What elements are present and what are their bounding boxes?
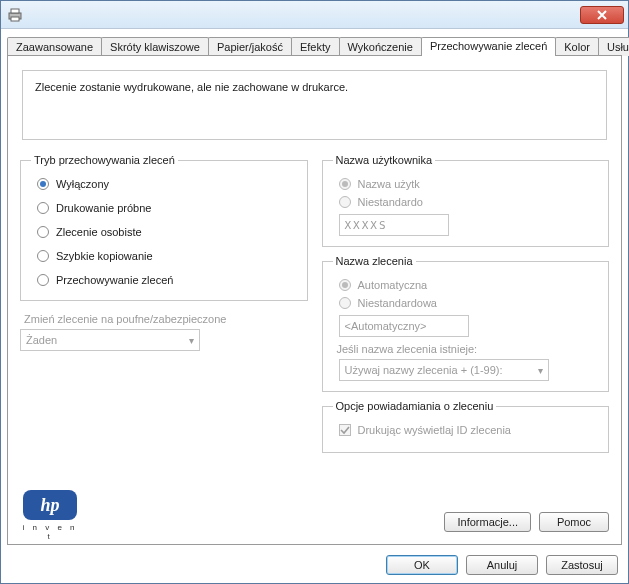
tab-job-storage[interactable]: Przechowywanie zleceń <box>421 37 556 56</box>
radio-jobname-custom: Niestandardowa <box>339 297 599 309</box>
radio-stored-job[interactable]: Przechowywanie zleceń <box>37 274 297 286</box>
group-notify-legend: Opcje powiadamiania o zleceniu <box>333 400 497 412</box>
tab-services[interactable]: Usługi <box>598 37 629 56</box>
tab-paper-quality[interactable]: Papier/jakość <box>208 37 292 56</box>
svg-rect-1 <box>11 9 19 13</box>
radio-stored-job-label: Przechowywanie zleceń <box>56 274 173 286</box>
radio-username-custom: Niestandardo <box>339 196 599 208</box>
make-private-select: Żaden ▾ <box>20 329 200 351</box>
checkbox-icon <box>339 424 351 436</box>
description-text: Zlecenie zostanie wydrukowane, ale nie z… <box>22 70 607 140</box>
jobname-input: <Automatyczny> <box>339 315 469 337</box>
tab-finishing[interactable]: Wykończenie <box>339 37 422 56</box>
tab-shortcuts[interactable]: Skróty klawiszowe <box>101 37 209 56</box>
radio-username-auto-label: Nazwa użytk <box>358 178 420 190</box>
radio-off-label: Wyłączony <box>56 178 109 190</box>
printer-icon <box>7 7 23 23</box>
tab-strip: Zaawansowane Skróty klawiszowe Papier/ja… <box>7 37 622 56</box>
print-properties-dialog: Zaawansowane Skróty klawiszowe Papier/ja… <box>0 0 629 584</box>
make-private-value: Żaden <box>26 334 57 346</box>
ok-button[interactable]: OK <box>386 555 458 575</box>
radio-proof[interactable]: Drukowanie próbne <box>37 202 297 214</box>
make-private-label: Zmień zlecenie na poufne/zabezpieczone <box>24 313 308 325</box>
group-user-name: Nazwa użytkownika Nazwa użytk Niestandar… <box>322 154 610 247</box>
checkbox-show-jobid-label: Drukując wyświetlaj ID zlecenia <box>358 424 511 436</box>
chevron-down-icon: ▾ <box>538 365 543 376</box>
radio-quick-copy[interactable]: Szybkie kopiowanie <box>37 250 297 262</box>
client-area: Zaawansowane Skróty klawiszowe Papier/ja… <box>1 29 628 583</box>
close-button[interactable] <box>580 6 624 24</box>
cancel-button[interactable]: Anuluj <box>466 555 538 575</box>
svg-rect-2 <box>11 17 19 21</box>
info-button[interactable]: Informacje... <box>444 512 531 532</box>
radio-username-custom-label: Niestandardo <box>358 196 423 208</box>
group-job-name: Nazwa zlecenia Automatyczna Niestandardo… <box>322 255 610 392</box>
chevron-down-icon: ▾ <box>189 335 194 346</box>
radio-jobname-auto-label: Automatyczna <box>358 279 428 291</box>
radio-jobname-auto: Automatyczna <box>339 279 599 291</box>
help-button[interactable]: Pomoc <box>539 512 609 532</box>
radio-off[interactable]: Wyłączony <box>37 178 297 190</box>
radio-proof-label: Drukowanie próbne <box>56 202 151 214</box>
group-notify: Opcje powiadamiania o zleceniu Drukując … <box>322 400 610 453</box>
radio-username-auto: Nazwa użytk <box>339 178 599 190</box>
radio-personal[interactable]: Zlecenie osobiste <box>37 226 297 238</box>
hp-logo: hp i n v e n t <box>20 490 80 536</box>
group-job-name-legend: Nazwa zlecenia <box>333 255 416 267</box>
group-storage-mode-legend: Tryb przechowywania zleceń <box>31 154 178 166</box>
jobname-exists-value: Używaj nazwy zlecenia + (1-99): <box>345 364 503 376</box>
group-user-name-legend: Nazwa użytkownika <box>333 154 436 166</box>
tab-panel-job-storage: Zlecenie zostanie wydrukowane, ale nie z… <box>7 55 622 545</box>
tab-color[interactable]: Kolor <box>555 37 599 56</box>
radio-quick-copy-label: Szybkie kopiowanie <box>56 250 153 262</box>
checkbox-show-jobid: Drukując wyświetlaj ID zlecenia <box>339 424 599 436</box>
radio-jobname-custom-label: Niestandardowa <box>358 297 438 309</box>
hp-invent-text: i n v e n t <box>20 523 80 541</box>
tab-effects[interactable]: Efekty <box>291 37 340 56</box>
jobname-exists-label: Jeśli nazwa zlecenia istnieje: <box>337 343 599 355</box>
radio-personal-label: Zlecenie osobiste <box>56 226 142 238</box>
apply-button[interactable]: Zastosuj <box>546 555 618 575</box>
jobname-exists-select: Używaj nazwy zlecenia + (1-99): ▾ <box>339 359 549 381</box>
tab-advanced[interactable]: Zaawansowane <box>7 37 102 56</box>
group-storage-mode: Tryb przechowywania zleceń Wyłączony Dru… <box>20 154 308 301</box>
titlebar <box>1 1 628 29</box>
username-input: XXXXS <box>339 214 449 236</box>
